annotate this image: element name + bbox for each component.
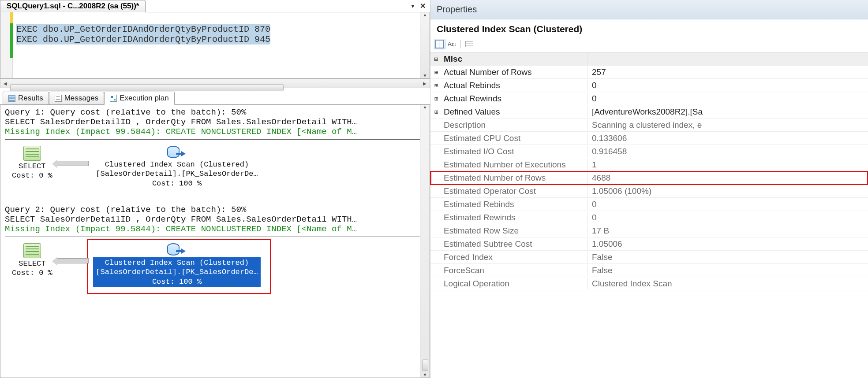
toolbar-separator [460, 40, 461, 48]
clustered-scan-icon [167, 144, 187, 159]
query1-scan-line3: Cost: 100 % [93, 179, 261, 188]
property-value: 0 [587, 212, 868, 223]
property-key: Actual Rewinds [442, 93, 587, 104]
property-group-label: Misc [442, 53, 587, 65]
property-key: Forced Index [442, 252, 587, 263]
editor-hscroll[interactable]: ◀ ▶ [0, 78, 430, 88]
property-key: Description [442, 119, 587, 131]
query1-select-node[interactable]: SELECT Cost: 0 % [12, 146, 52, 181]
property-value: [AdventureWorks2008R2].[Sa [587, 106, 868, 118]
property-key: Defined Values [442, 106, 587, 118]
property-row[interactable]: Estimated CPU Cost0.133606 [430, 132, 868, 145]
query1-statement: SELECT SalesOrderDetailID , OrderQty FRO… [5, 117, 425, 127]
query1-select-cost: Cost: 0 % [12, 171, 52, 180]
sort-az-icon: AZ↓ [448, 41, 456, 47]
query2-select-node[interactable]: SELECT Cost: 0 % [12, 243, 52, 278]
property-row[interactable]: Estimated Rebinds0 [430, 198, 868, 211]
expand-icon[interactable]: ⊞ [430, 108, 442, 115]
property-key: Estimated Rewinds [442, 212, 587, 223]
property-row[interactable]: Estimated Operator Cost1.05006 (100%) [430, 185, 868, 198]
execution-plan-icon [110, 95, 117, 102]
property-row[interactable]: Estimated Rewinds0 [430, 211, 868, 224]
property-value: 0 [587, 93, 868, 104]
flow-arrow-icon [57, 258, 89, 263]
tab-messages[interactable]: Messages [49, 92, 104, 105]
tab-messages-label: Messages [64, 94, 98, 103]
property-key: Actual Number of Rows [442, 67, 587, 78]
property-row[interactable]: Estimated I/O Cost0.916458 [430, 145, 868, 158]
result-tabs: Results Messages Execution plan [0, 90, 430, 105]
property-key: Estimated Rebinds [442, 199, 587, 210]
property-key: Logical Operation [442, 278, 587, 289]
property-key: Estimated I/O Cost [442, 146, 587, 157]
query1-header: Query 1: Query cost (relative to the bat… [5, 107, 425, 117]
editor-gutter [0, 12, 13, 78]
property-key: Estimated Subtree Cost [442, 238, 587, 250]
expand-icon[interactable]: ⊞ [430, 82, 442, 89]
select-icon [23, 146, 41, 161]
query2-header: Query 2: Query cost (relative to the bat… [5, 205, 425, 215]
properties-toolbar: AZ↓ [430, 38, 868, 52]
property-value: 257 [587, 67, 868, 78]
query2-select-cost: Cost: 0 % [12, 268, 52, 278]
property-key: Estimated CPU Cost [442, 133, 587, 144]
property-row[interactable]: ⊞Actual Number of Rows257 [430, 66, 868, 79]
property-row[interactable]: ⊞Actual Rebinds0 [430, 79, 868, 92]
property-row[interactable]: ForceScanFalse [430, 264, 868, 277]
query2-scan-node[interactable]: Clustered Index Scan (Clustered) [SalesO… [93, 241, 261, 287]
tab-close-icon[interactable]: ✕ [420, 2, 426, 10]
property-row[interactable]: ⊞Actual Rewinds0 [430, 92, 868, 105]
document-tab-active[interactable]: SQLQuery1.sql - C...2008R2 (sa (55))* [0, 0, 146, 12]
query1-diagram: SELECT Cost: 0 % Clustered Index Scan (C… [5, 139, 425, 200]
query1-missing-index[interactable]: Missing Index (Impact 99.5844): CREATE N… [5, 127, 425, 137]
query2-statement: SELECT SalesOrderDetailID , OrderQty FRO… [5, 215, 425, 224]
plan-vscroll[interactable]: ▲ ▼ [420, 105, 430, 378]
alphabetical-button[interactable]: AZ↓ [446, 39, 458, 49]
property-row[interactable]: Estimated Number of Rows4688 [430, 171, 868, 185]
query1-select-label: SELECT [12, 162, 52, 171]
property-pages-icon [465, 41, 473, 47]
property-row[interactable]: Estimated Row Size17 B [430, 224, 868, 237]
property-key: Estimated Row Size [442, 225, 587, 237]
properties-object-title: Clustered Index Scan (Clustered) [430, 19, 868, 38]
properties-panel: Properties Clustered Index Scan (Cluster… [430, 0, 868, 378]
property-value: 0.916458 [587, 146, 868, 157]
categorized-button[interactable] [434, 39, 445, 49]
sql-editor[interactable]: EXEC dbo.UP_GetOrderIDAndOrderQtyByProdu… [0, 12, 430, 78]
property-row[interactable]: Logical OperationClustered Index Scan [430, 277, 868, 290]
property-key: Estimated Number of Rows [442, 172, 587, 184]
expand-icon[interactable]: ⊞ [430, 69, 442, 76]
property-row[interactable]: Estimated Subtree Cost1.05006 [430, 237, 868, 251]
query2-missing-index[interactable]: Missing Index (Impact 99.5844): CREATE N… [5, 224, 425, 234]
query2-diagram: SELECT Cost: 0 % Clustered Index Scan (C… [5, 237, 425, 297]
tab-execution-plan[interactable]: Execution plan [104, 92, 175, 105]
query2-scan-line1: Clustered Index Scan (Clustered) [96, 258, 258, 267]
property-row[interactable]: Forced IndexFalse [430, 251, 868, 264]
property-row[interactable]: Estimated Number of Executions1 [430, 158, 868, 171]
property-value: Scanning a clustered index, e [587, 119, 868, 131]
tab-execplan-label: Execution plan [120, 94, 169, 103]
select-icon [23, 243, 41, 258]
property-value: 1.05006 [587, 238, 868, 250]
messages-icon [55, 95, 62, 102]
property-group-misc[interactable]: ⊟ Misc [430, 52, 868, 66]
property-row[interactable]: ⊞Defined Values[AdventureWorks2008R2].[S… [430, 105, 868, 119]
property-pages-button[interactable] [464, 39, 475, 49]
properties-grid[interactable]: ⊟ Misc ⊞Actual Number of Rows257⊞Actual … [430, 52, 868, 290]
property-value: 1 [587, 159, 868, 170]
tab-results[interactable]: Results [3, 92, 49, 105]
expand-icon[interactable]: ⊞ [430, 95, 442, 102]
sql-line-2: EXEC dbo.UP_GetOrderIDAndOrderQtyByProdu… [16, 34, 270, 44]
execution-plan-pane[interactable]: Query 1: Query cost (relative to the bat… [0, 105, 430, 378]
query1-scan-line2: [SalesOrderDetail].[PK_SalesOrderDe… [93, 169, 261, 178]
property-key: Estimated Number of Executions [442, 159, 587, 170]
query1-scan-node[interactable]: Clustered Index Scan (Clustered) [SalesO… [93, 144, 261, 188]
grid-icon [8, 95, 15, 102]
tab-dropdown-icon[interactable]: ▼ [410, 3, 415, 9]
property-value: 17 B [587, 225, 868, 237]
editor-vscroll[interactable]: ▲▼ [420, 12, 430, 78]
property-value: 0 [587, 80, 868, 91]
property-row[interactable]: DescriptionScanning a clustered index, e [430, 119, 868, 132]
property-value: 4688 [587, 172, 868, 184]
collapse-icon[interactable]: ⊟ [430, 56, 442, 63]
